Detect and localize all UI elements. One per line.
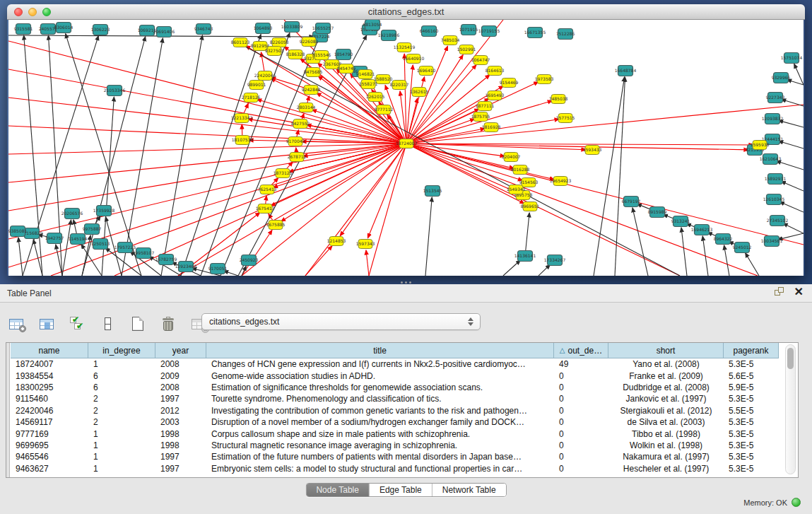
network-node[interactable]: 1695493 <box>486 91 505 100</box>
network-node[interactable]: 9146821 <box>356 70 375 79</box>
column-header-out-degree[interactable]: △ out_de… <box>554 343 608 358</box>
network-node[interactable]: 8427552 <box>291 119 310 129</box>
column-header-title[interactable]: title <box>206 343 554 358</box>
network-node[interactable]: 2678712 <box>288 153 307 162</box>
network-node[interactable]: 20691406 <box>153 27 175 37</box>
network-node[interactable]: 9899011 <box>247 81 266 90</box>
memory-status-indicator[interactable] <box>792 498 801 507</box>
network-node[interactable]: 8186328 <box>286 50 305 59</box>
network-node[interactable]: 1502991 <box>457 45 476 54</box>
network-node[interactable]: 1549343 <box>507 185 526 194</box>
network-node[interactable]: 9327503 <box>265 47 284 56</box>
network-node[interactable]: 9315581 <box>14 24 33 35</box>
network-node[interactable]: 1513545 <box>423 186 442 197</box>
network-node[interactable]: 1877111 <box>476 102 495 111</box>
network-node[interactable]: 9385081 <box>8 226 28 237</box>
network-node[interactable]: 2803144 <box>297 103 316 112</box>
network-node[interactable]: 1064893 <box>254 23 273 34</box>
column-header-year[interactable]: year <box>155 343 206 358</box>
column-header-in-degree[interactable]: in_degree <box>88 343 155 358</box>
network-node[interactable]: 16671355 <box>524 28 546 38</box>
network-node[interactable]: 16210643 <box>760 154 782 165</box>
network-node[interactable]: 1696410 <box>417 66 436 76</box>
table-row[interactable]: 1872400712008Changes of HCN gene express… <box>11 358 779 370</box>
network-node[interactable]: 12610345 <box>763 194 785 205</box>
network-select[interactable]: citations_edges.txt <box>201 313 481 330</box>
network-node[interactable]: 9170051 <box>208 264 228 274</box>
table-scrollbar[interactable] <box>785 344 796 474</box>
table-row[interactable]: 1830029562008Estimation of significance … <box>11 382 779 393</box>
network-node[interactable]: 16782759 <box>155 255 177 265</box>
network-node[interactable]: 1875755 <box>471 112 490 122</box>
network-node[interactable]: 8969651 <box>521 202 540 211</box>
network-node[interactable]: 9245012 <box>733 243 752 253</box>
row-height-icon[interactable] <box>97 313 118 335</box>
float-panel-icon[interactable] <box>775 287 784 297</box>
tab-network-table[interactable]: Network Table <box>433 484 506 496</box>
delete-columns-icon[interactable] <box>158 313 179 335</box>
network-node[interactable]: 1816928 <box>482 123 501 132</box>
network-node[interactable]: 12213343 <box>231 114 253 123</box>
network-node[interactable]: 21053346 <box>104 86 126 96</box>
table-row[interactable]: 946554611997Estimation of the future num… <box>11 451 779 462</box>
network-node[interactable]: 6679197 <box>622 197 641 207</box>
table-row[interactable]: 2242004622012Investigating the contribut… <box>11 405 779 416</box>
network-node[interactable]: 8016288 <box>511 165 530 175</box>
network-window-titlebar[interactable]: citations_edges.txt <box>7 4 805 20</box>
network-node[interactable]: 1597343 <box>356 240 375 249</box>
network-node[interactable]: 1306223 <box>91 25 110 35</box>
column-header-pagerank[interactable]: pagerank <box>724 343 779 358</box>
network-node[interactable]: 8226058 <box>270 38 289 47</box>
network-node[interactable]: 7512286 <box>556 29 575 40</box>
table-row[interactable]: 946362711997Embryonic stem cells: a mode… <box>11 463 779 474</box>
network-node[interactable]: 1942757 <box>45 233 64 244</box>
network-node[interactable]: 9226083 <box>300 37 319 47</box>
network-node[interactable]: 19218986 <box>378 30 400 41</box>
network-node[interactable]: 17359928 <box>93 206 115 216</box>
network-node[interactable]: 1214853 <box>327 237 346 246</box>
network-node[interactable]: 1675885 <box>266 221 286 230</box>
network-node[interactable]: 2450923 <box>240 255 259 266</box>
network-node[interactable]: 9329966 <box>772 73 791 83</box>
network-node[interactable]: 19958107 <box>133 248 155 259</box>
column-header-short[interactable]: short <box>608 343 724 358</box>
network-node[interactable]: 8454749 <box>337 64 356 74</box>
network-node[interactable]: 9313241 <box>671 216 690 227</box>
show-columns-icon[interactable] <box>36 313 57 335</box>
network-node[interactable]: 7625413 <box>258 185 277 194</box>
column-header-name[interactable]: name <box>11 343 88 358</box>
network-node[interactable]: 9975887 <box>83 224 102 235</box>
network-node[interactable]: 8964322 <box>714 234 733 245</box>
network-node[interactable]: 11325419 <box>394 43 416 52</box>
network-node[interactable]: 12923468 <box>175 262 197 272</box>
network-node[interactable]: 2718126 <box>242 93 261 103</box>
network-node[interactable]: 16033809 <box>281 22 303 33</box>
network-node[interactable]: 9227343 <box>766 93 785 103</box>
network-node[interactable]: 7485038 <box>549 95 568 104</box>
network-node[interactable]: 9170043 <box>286 137 305 146</box>
network-node[interactable]: 8777112 <box>375 105 394 115</box>
network-node[interactable]: 1973583 <box>535 75 554 84</box>
network-node[interactable]: 17334267 <box>544 255 566 266</box>
network-node[interactable]: 12093832 <box>762 114 784 124</box>
network-node[interactable]: 16946213 <box>691 225 713 235</box>
network-node[interactable]: 8601123 <box>231 38 250 47</box>
network-node[interactable]: 1064747 <box>471 56 490 65</box>
network-node[interactable]: 8306014 <box>54 23 73 33</box>
network-node[interactable]: 10719155 <box>478 26 500 37</box>
network-node[interactable]: 9242848 <box>302 86 321 95</box>
network-node[interactable]: 19654923 <box>550 177 572 186</box>
network-node[interactable]: 27345102 <box>767 216 789 226</box>
network-node[interactable]: 8813054 <box>363 20 382 30</box>
create-column-icon[interactable] <box>127 313 148 335</box>
table-row[interactable]: 911546021997Tourette syndrome. Phenomeno… <box>11 393 779 404</box>
table-row[interactable]: 1456911722003Disruption of a novel membe… <box>11 416 779 428</box>
network-node[interactable]: 8164613 <box>486 66 505 76</box>
network-window[interactable]: citations_edges.txt 93155812405572830601… <box>7 4 805 276</box>
network-node[interactable]: 10655257 <box>312 23 334 34</box>
network-node[interactable]: 1593433 <box>583 146 602 155</box>
network-node[interactable]: 1873125 <box>273 169 293 178</box>
network-node[interactable]: 8155546 <box>312 51 331 60</box>
network-node[interactable]: 1071915 <box>459 25 478 35</box>
table-row[interactable]: 969969511998Structural magnetic resonanc… <box>11 440 779 451</box>
